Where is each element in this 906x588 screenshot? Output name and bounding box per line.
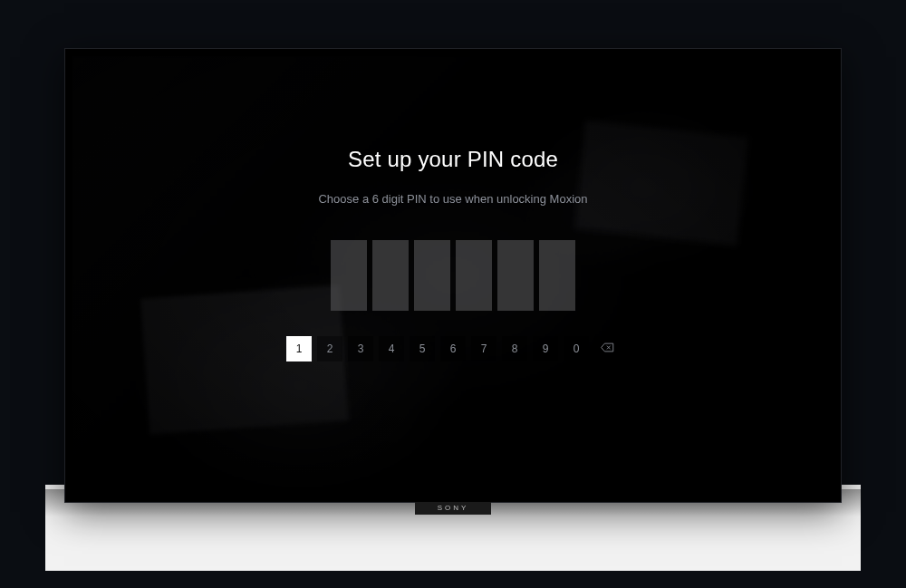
pin-slot (497, 240, 534, 311)
keypad-key-8[interactable]: 8 (502, 336, 527, 361)
keypad: 1234567890 (286, 336, 620, 361)
keypad-key-2[interactable]: 2 (317, 336, 342, 361)
page-title: Set up your PIN code (348, 147, 558, 172)
backspace-icon (601, 342, 614, 355)
pin-slot (331, 240, 367, 311)
pin-slot (539, 240, 575, 311)
stage: Set up your PIN code Choose a 6 digit PI… (0, 0, 906, 588)
keypad-key-3[interactable]: 3 (348, 336, 373, 361)
pin-slots (331, 240, 575, 311)
tv-brand-label: SONY (415, 502, 491, 515)
pin-slot (372, 240, 409, 311)
pin-slot (414, 240, 450, 311)
keypad-key-9[interactable]: 9 (533, 336, 558, 361)
keypad-key-6[interactable]: 6 (440, 336, 466, 361)
keypad-key-4[interactable]: 4 (379, 336, 404, 361)
keypad-key-7[interactable]: 7 (471, 336, 496, 361)
keypad-backspace[interactable] (594, 336, 620, 361)
keypad-key-5[interactable]: 5 (410, 336, 435, 361)
page-subtitle: Choose a 6 digit PIN to use when unlocki… (318, 192, 587, 206)
tv-screen: Set up your PIN code Choose a 6 digit PI… (72, 56, 834, 495)
keypad-key-0[interactable]: 0 (564, 336, 589, 361)
keypad-key-1[interactable]: 1 (286, 336, 312, 361)
pin-setup-panel: Set up your PIN code Choose a 6 digit PI… (72, 56, 834, 495)
tv-frame: Set up your PIN code Choose a 6 digit PI… (64, 48, 842, 503)
pin-slot (456, 240, 492, 311)
